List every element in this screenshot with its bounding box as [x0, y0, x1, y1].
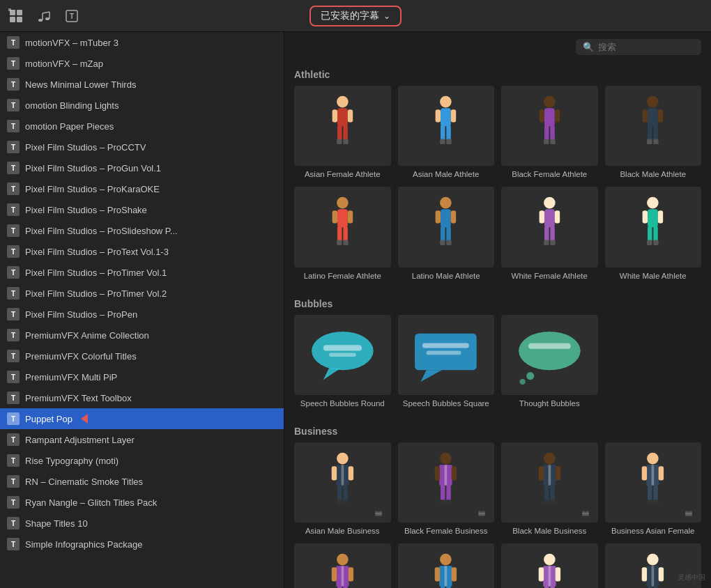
grid-item[interactable]: Latino Male Athlete — [398, 187, 495, 281]
grid-item[interactable]: Black Female Athlete — [501, 86, 598, 180]
svg-rect-21 — [441, 108, 451, 126]
grid-item[interactable]: Business Asian Female — [605, 442, 702, 536]
grid-item-thumbnail — [294, 315, 391, 395]
grid-item[interactable]: Thought Bubbles — [501, 315, 598, 409]
text-item-icon: T — [7, 329, 20, 341]
text-item-icon: T — [7, 454, 20, 467]
sidebar-item[interactable]: TPixel Film Studios – ProShake — [0, 199, 284, 220]
text-item-icon: T — [7, 245, 20, 258]
text-icon[interactable]: T — [63, 7, 81, 25]
grid-item-label: Asian Female Athlete — [305, 169, 381, 180]
grid-item[interactable]: Latino Male Business — [398, 543, 495, 588]
sidebar-item[interactable]: TRampant Adjustment Layer — [0, 429, 284, 450]
sidebar-item[interactable]: TPixel Film Studios – ProSlideshow P... — [0, 220, 284, 241]
svg-point-36 — [647, 95, 659, 107]
sidebar-item[interactable]: TPixel Film Studios – ProPen — [0, 304, 284, 325]
svg-rect-83 — [427, 351, 461, 355]
grid-item[interactable]: White Male Athlete — [605, 187, 702, 281]
svg-rect-98 — [376, 510, 380, 511]
sidebar-item[interactable]: TPremiumVFX Text Toolbox — [0, 387, 284, 408]
sidebar-item[interactable]: TSimple Infographics Package — [0, 534, 284, 555]
grid-item-label: Asian Male Athlete — [413, 169, 479, 180]
grid-item[interactable]: Asian Female Athlete — [294, 86, 391, 180]
svg-rect-38 — [643, 109, 648, 122]
svg-rect-71 — [658, 210, 663, 223]
svg-rect-13 — [337, 108, 348, 126]
sidebar-item[interactable]: TPixel Film Studios – ProTimer Vol.2 — [0, 283, 284, 304]
items-grid: Asian Male Business Black Female Busines… — [294, 442, 701, 588]
sidebar: TmotionVFX – mTuber 3TmotionVFX – mZapTN… — [0, 32, 284, 588]
grid-item[interactable]: White Female Business — [501, 543, 598, 588]
sidebar-item-label: Pixel Film Studios – ProTimer Vol.2 — [25, 288, 167, 299]
grid-item[interactable]: Black Male Business — [501, 442, 598, 536]
grid-item[interactable]: Latino Female Athlete — [294, 187, 391, 281]
sidebar-item[interactable]: TRyan Nangle – Glitch Titles Pack — [0, 492, 284, 513]
grid-item[interactable]: Black Female Business — [398, 442, 495, 536]
svg-rect-43 — [654, 139, 659, 144]
music-icon[interactable] — [35, 7, 53, 25]
sidebar-item[interactable]: TPremiumVFX Multi PiP — [0, 366, 284, 387]
text-item-icon: T — [7, 183, 20, 195]
sidebar-item[interactable]: TPremiumVFX Colorful Titles — [0, 346, 284, 366]
grid-item-thumbnail — [605, 86, 702, 166]
sidebar-item[interactable]: TmotionVFX – mTuber 3 — [0, 32, 284, 53]
sidebar-item[interactable]: TRise Typography (moti) — [0, 450, 284, 471]
svg-rect-55 — [451, 210, 456, 223]
sidebar-item-label: Pixel Film Studios – ProCCTV — [25, 142, 146, 153]
sidebar-item[interactable]: TRN – Cinematic Smoke Titles — [0, 471, 284, 492]
svg-rect-79 — [329, 353, 356, 357]
svg-rect-67 — [550, 240, 555, 245]
grid-item-thumbnail — [501, 187, 598, 267]
grid-item-label: White Female Athlete — [512, 271, 588, 281]
grid-item-label: Asian Male Business — [305, 526, 380, 536]
sidebar-item[interactable]: TPixel Film Studios – ProGun Vol.1 — [0, 157, 284, 178]
svg-rect-17 — [343, 125, 347, 141]
svg-point-20 — [440, 95, 452, 107]
svg-point-60 — [544, 197, 556, 209]
sidebar-item[interactable]: TPremiumVFX Anime Collection — [0, 325, 284, 346]
search-input[interactable] — [598, 42, 694, 52]
svg-rect-39 — [658, 109, 663, 122]
svg-point-172 — [647, 554, 659, 566]
text-item-icon: T — [7, 371, 20, 383]
text-item-icon: T — [7, 78, 20, 91]
grid-item-label: Black Male Athlete — [620, 169, 686, 180]
installed-subtitles-dropdown[interactable]: 已安装的字幕 ⌄ — [309, 6, 402, 26]
sidebar-item[interactable]: TShape Titles 10 — [0, 513, 284, 534]
sidebar-item[interactable]: Tomotion Blinding Lights — [0, 95, 284, 116]
grid-item[interactable]: Latino Female Business — [294, 543, 391, 588]
sidebar-item[interactable]: TPixel Film Studios – ProTimer Vol.1 — [0, 262, 284, 283]
svg-rect-92 — [349, 466, 353, 480]
svg-point-44 — [337, 197, 349, 209]
grid-item[interactable]: Speech Bubbles Round — [294, 315, 391, 409]
sidebar-item[interactable]: TPixel Film Studios – ProKaraOKE — [0, 178, 284, 199]
sidebar-item[interactable]: Tomotion Paper Pieces — [0, 116, 284, 137]
sidebar-item[interactable]: TPixel Film Studios – ProText Vol.1-3 — [0, 241, 284, 262]
grid-item[interactable]: White Male Business — [605, 543, 702, 588]
sidebar-item-label: Ryan Nangle – Glitch Titles Pack — [25, 497, 157, 508]
grid-icon[interactable] — [7, 7, 25, 25]
svg-rect-47 — [348, 210, 353, 223]
grid-item[interactable]: Speech Bubbles Square — [398, 315, 495, 409]
grid-item-thumbnail — [294, 442, 391, 523]
sidebar-item-label: PremiumVFX Anime Collection — [25, 330, 149, 341]
svg-rect-19 — [343, 139, 348, 144]
sidebar-item[interactable]: TNews Minimal Lower Thirds — [0, 74, 284, 95]
svg-rect-131 — [647, 500, 652, 504]
sidebar-item[interactable]: TPuppet Pop — [0, 408, 284, 429]
svg-rect-3 — [17, 17, 22, 22]
svg-rect-31 — [555, 109, 560, 122]
svg-rect-41 — [654, 125, 658, 141]
svg-point-136 — [337, 554, 349, 566]
grid-item[interactable]: White Female Athlete — [501, 187, 598, 281]
text-item-icon: T — [7, 99, 20, 111]
sidebar-item[interactable]: TPixel Film Studios – ProCCTV — [0, 137, 284, 157]
svg-rect-95 — [337, 500, 342, 504]
grid-item[interactable]: Black Male Athlete — [605, 86, 702, 180]
search-bar: 🔍 — [284, 32, 711, 62]
grid-item[interactable]: Asian Male Athlete — [398, 86, 495, 180]
grid-item[interactable]: Asian Male Business — [294, 442, 391, 536]
sidebar-item[interactable]: TmotionVFX – mZap — [0, 53, 284, 74]
grid-item-label: Business Asian Female — [611, 526, 695, 536]
search-wrapper[interactable]: 🔍 — [576, 39, 701, 55]
